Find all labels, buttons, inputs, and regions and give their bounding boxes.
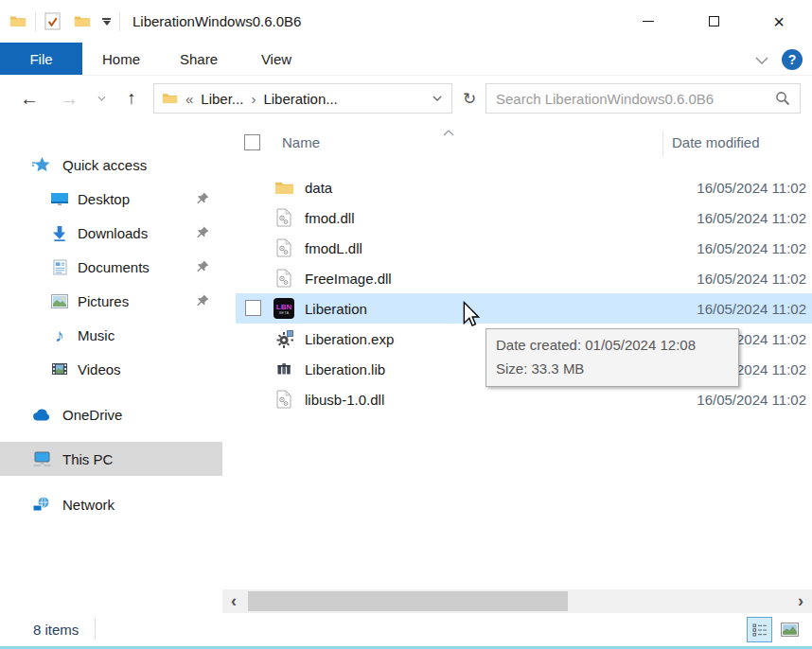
sidebar-item-onedrive[interactable]: OneDrive <box>0 397 222 431</box>
navigation-bar: ← → ↑ « Liber... › Liberation... ↻ <box>0 76 812 121</box>
sidebar-item-network[interactable]: Network <box>0 487 222 521</box>
column-divider[interactable] <box>662 131 663 157</box>
search-input[interactable] <box>486 91 775 107</box>
pictures-icon <box>49 294 70 308</box>
window-title: LiberationWindows0.6.0B6 <box>132 13 301 29</box>
select-all-checkbox[interactable] <box>244 134 260 150</box>
scrollbar-thumb[interactable] <box>248 591 568 611</box>
file-list-pane: Name Date modified data 16/05/2024 11:02… <box>222 121 812 589</box>
status-divider <box>95 619 96 640</box>
pin-icon <box>196 226 209 239</box>
customize-toolbar-caret-icon[interactable] <box>102 18 111 26</box>
sidebar-item-documents[interactable]: Documents <box>0 250 222 284</box>
tab-share[interactable]: Share <box>160 43 238 75</box>
tab-file[interactable]: File <box>0 43 82 75</box>
folder-icon <box>162 92 178 105</box>
file-tooltip: Date created: 01/05/2024 12:08 Size: 33.… <box>485 328 739 387</box>
items-count: 8 items <box>33 622 79 638</box>
navigation-pane: Quick access Desktop Downloads Documents… <box>0 121 222 589</box>
scroll-right-arrow-icon[interactable]: › <box>791 589 810 613</box>
search-icon[interactable] <box>775 91 790 106</box>
minimize-icon <box>643 21 654 22</box>
sidebar-item-desktop[interactable]: Desktop <box>0 182 222 216</box>
desktop-icon <box>49 191 70 206</box>
breadcrumb-current[interactable]: Liberation... <box>261 91 339 107</box>
thumbnails-view-button[interactable] <box>777 617 803 642</box>
toolbar-separator <box>35 12 36 31</box>
ribbon-tab-bar: File Home Share View <box>0 43 812 76</box>
dll-file-icon <box>272 263 296 293</box>
breadcrumb-separator-icon[interactable]: › <box>245 91 261 107</box>
music-icon: ♪ <box>49 326 70 344</box>
breadcrumb-overflow-icon[interactable]: « <box>180 91 199 107</box>
properties-check-icon[interactable] <box>44 12 61 30</box>
quick-access-toolbar <box>0 12 129 31</box>
toolbar-separator <box>119 12 120 31</box>
column-header-date-modified[interactable]: Date modified <box>672 134 760 150</box>
sidebar-item-videos[interactable]: Videos <box>0 352 222 386</box>
details-view-button[interactable] <box>747 617 772 642</box>
file-row-freeimage-dll[interactable]: FreeImage.dll 16/05/2024 11:02 <box>222 263 812 293</box>
recent-locations-chevron-icon[interactable] <box>91 76 112 121</box>
forward-button: → <box>55 76 83 121</box>
row-checkbox[interactable] <box>245 300 261 316</box>
breadcrumb-parent[interactable]: Liber... <box>199 91 245 107</box>
sidebar-item-pictures[interactable]: Pictures <box>0 284 222 318</box>
scroll-left-arrow-icon[interactable]: ‹ <box>224 589 243 613</box>
pin-icon <box>196 192 209 205</box>
this-pc-icon <box>31 451 52 466</box>
window-controls: × <box>605 0 801 43</box>
dll-file-icon <box>272 384 296 414</box>
tab-home[interactable]: Home <box>82 43 160 75</box>
address-bar[interactable]: « Liber... › Liberation... <box>153 83 452 114</box>
dll-file-icon <box>272 202 296 233</box>
folder-icon <box>272 172 296 202</box>
column-header-name[interactable]: Name <box>282 134 320 150</box>
horizontal-scrollbar[interactable]: ‹ › <box>222 589 812 613</box>
maximize-icon <box>709 16 719 26</box>
pin-icon <box>196 260 209 273</box>
downloads-icon <box>49 225 70 241</box>
tab-view[interactable]: View <box>238 43 315 75</box>
new-folder-icon[interactable] <box>74 14 91 28</box>
close-icon: × <box>773 12 785 31</box>
search-box <box>485 83 801 114</box>
up-button[interactable]: ↑ <box>117 76 146 121</box>
minimize-button[interactable] <box>627 0 670 43</box>
sidebar-item-downloads[interactable]: Downloads <box>0 216 222 250</box>
file-row-fmod-dll[interactable]: fmod.dll 16/05/2024 11:02 <box>222 202 812 233</box>
dll-file-icon <box>272 233 296 263</box>
lib-file-icon <box>272 354 296 384</box>
refresh-button[interactable]: ↻ <box>456 83 483 114</box>
address-dropdown-chevron-icon[interactable] <box>432 96 442 101</box>
folder-icon <box>9 14 26 28</box>
file-row-libusb-dll[interactable]: libusb-1.0.dll 16/05/2024 11:02 <box>222 384 812 414</box>
tooltip-size: Size: 33.3 MB <box>496 357 729 380</box>
network-icon <box>31 497 52 512</box>
help-button[interactable]: ? <box>782 49 803 70</box>
collapse-ribbon-chevron-icon[interactable] <box>755 51 768 68</box>
file-row-liberation[interactable]: LBNBETA Liberation 16/05/2024 11:02 <box>222 293 812 324</box>
status-bar: 8 items <box>0 613 812 646</box>
liberation-app-icon: LBNBETA <box>272 293 296 324</box>
maximize-button[interactable] <box>692 0 735 43</box>
tooltip-date-created: Date created: 01/05/2024 12:08 <box>496 333 729 357</box>
file-row-fmodl-dll[interactable]: fmodL.dll 16/05/2024 11:02 <box>222 233 812 263</box>
onedrive-cloud-icon <box>31 409 52 421</box>
sidebar-item-quick-access[interactable]: Quick access <box>0 148 222 182</box>
sort-ascending-chevron-icon[interactable] <box>443 123 454 140</box>
documents-icon <box>49 259 70 275</box>
back-button[interactable]: ← <box>15 76 44 121</box>
videos-icon <box>49 362 70 376</box>
sidebar-item-music[interactable]: ♪ Music <box>0 318 222 352</box>
quick-access-star-icon <box>31 156 52 173</box>
titlebar: LiberationWindows0.6.0B6 × <box>0 0 812 43</box>
close-button[interactable]: × <box>757 0 801 43</box>
mouse-cursor <box>462 301 481 332</box>
pin-icon <box>196 294 209 307</box>
file-row-data[interactable]: data 16/05/2024 11:02 <box>222 172 812 202</box>
sidebar-item-this-pc[interactable]: This PC <box>0 442 222 476</box>
exp-file-gear-icon <box>272 324 296 354</box>
